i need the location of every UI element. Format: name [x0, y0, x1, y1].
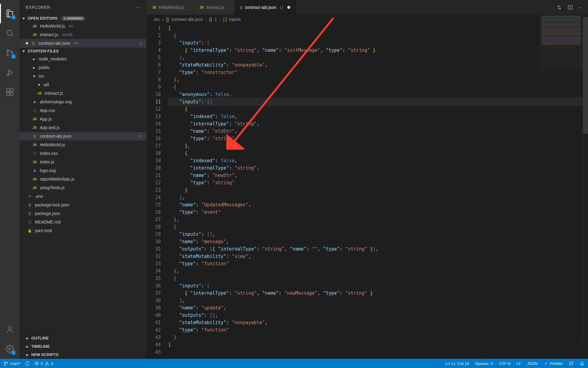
file-item[interactable]: JSreportWebVitals.js	[20, 175, 146, 183]
feedback-icon[interactable]	[569, 361, 574, 366]
file-type-icon: JS	[152, 6, 156, 9]
outline-header[interactable]: ▸ OUTLINE	[20, 334, 146, 342]
language-mode[interactable]: JSON	[527, 361, 538, 366]
errors-warnings[interactable]: 0 0	[35, 361, 53, 366]
file-name: yarn.lock	[35, 228, 52, 233]
activity-extensions-icon[interactable]	[0, 82, 20, 102]
sidebar: EXPLORER ⋯ ▾ OPEN EDITORS 1 UNSAVED JSHe…	[20, 0, 147, 359]
editor-body[interactable]: 1234567891011121314151617181920212223242…	[147, 24, 588, 359]
git-branch[interactable]: main*	[4, 361, 20, 366]
chevron-right-icon: ▸	[25, 336, 29, 340]
chevron-down-icon: ▾	[21, 16, 26, 21]
svg-point-2	[7, 54, 9, 56]
folder-item[interactable]: ▾src	[20, 72, 146, 80]
file-type-icon: #	[32, 151, 37, 155]
file-type-icon: JS	[32, 126, 37, 129]
chevron-right-icon: ▸	[32, 65, 36, 70]
notifications-icon[interactable]	[580, 361, 584, 366]
file-item[interactable]: ⓘREADME.md	[20, 218, 146, 226]
file-item[interactable]: 🔒yarn.lock	[20, 226, 146, 235]
split-editor-icon[interactable]	[567, 5, 573, 10]
file-item[interactable]: #App.css	[20, 106, 146, 115]
file-item[interactable]: JSApp.js	[20, 115, 146, 123]
file-name: .env	[35, 194, 43, 199]
timeline-header[interactable]: ▸ TIMELINE	[20, 342, 146, 351]
file-item[interactable]: ◆logo.svg	[20, 166, 146, 175]
file-item[interactable]: {}package-lock.json	[20, 201, 146, 209]
scroll-thumb[interactable]	[583, 17, 588, 134]
encoding[interactable]: UTF-8	[499, 361, 510, 366]
file-name: package-lock.json	[35, 202, 69, 207]
chevron-right-icon: ▸	[25, 344, 29, 349]
more-icon[interactable]: ⋯	[136, 5, 141, 10]
open-editors-list: JSHelloWorld.jssrcJSinteract.jssrc/util{…	[20, 22, 146, 48]
activity-settings-icon[interactable]: 1	[0, 339, 20, 359]
editor-tab[interactable]: {}contract-abi.jsonU	[235, 0, 296, 15]
svg-point-10	[9, 348, 11, 350]
eol[interactable]: LF	[516, 361, 521, 366]
file-item[interactable]: JSApp.test.js	[20, 123, 146, 132]
activity-account-icon[interactable]	[0, 320, 20, 339]
open-editors-header[interactable]: ▾ OPEN EDITORS 1 UNSAVED	[20, 15, 146, 22]
file-type-icon: 🔒	[27, 229, 32, 233]
file-item[interactable]: #index.css	[20, 149, 146, 158]
prettier-status[interactable]: Prettier	[544, 361, 563, 366]
file-name: index.js	[40, 159, 54, 164]
minimap[interactable]	[540, 15, 582, 71]
svg-point-3	[11, 52, 13, 54]
folder-item[interactable]: ▸public	[20, 63, 146, 72]
open-editor-item[interactable]: JSinteract.jssrc/util	[20, 30, 146, 39]
open-editors-label: OPEN EDITORS	[28, 16, 58, 21]
sync-icon[interactable]	[25, 361, 30, 366]
project-header[interactable]: ▾ STARTER-FILES	[20, 48, 146, 55]
file-name: contract-abi.json	[40, 134, 71, 139]
activity-search-icon[interactable]	[0, 23, 20, 43]
activity-debug-icon[interactable]	[0, 63, 20, 82]
compare-icon[interactable]	[556, 5, 562, 10]
open-editor-item[interactable]: {}contract-abi.jsonsrcU	[20, 39, 146, 48]
file-item[interactable]: {}contract-abi.jsonU	[20, 132, 146, 140]
tabs: JSHelloWorld.jsJSinteract.js{}contract-a…	[147, 0, 588, 15]
indentation[interactable]: Spaces: 4	[475, 361, 493, 366]
file-item[interactable]: JSHelloWorld.js	[20, 140, 146, 149]
npm-scripts-header[interactable]: ▸ NPM SCRIPTS	[20, 351, 146, 359]
file-item[interactable]: {}package.json	[20, 209, 146, 218]
file-name: HelloWorld.js	[40, 142, 65, 147]
activity-explorer-icon[interactable]: 1	[0, 4, 20, 23]
chevron-right-icon: ›	[219, 17, 221, 22]
file-type-icon: {}	[27, 203, 32, 207]
activity-scm-icon[interactable]: 1	[0, 43, 20, 63]
tab-label: HelloWorld.js	[159, 5, 184, 10]
file-name: index.css	[40, 151, 58, 156]
file-name: App.js	[40, 117, 52, 121]
folder-item[interactable]: ▾util	[20, 80, 146, 89]
file-path: src	[69, 24, 74, 28]
editor-tab[interactable]: JSinteract.js	[194, 0, 235, 15]
folder-name: node_modules	[39, 56, 67, 61]
file-item[interactable]: JSsetupTests.js	[20, 183, 146, 192]
file-item[interactable]: JSindex.js	[20, 158, 146, 166]
breadcrumb[interactable]: src › {} contract-abi.json › {} 1 › [ ] …	[147, 15, 588, 24]
cursor-position[interactable]: Ln 11, Col 16	[445, 361, 469, 366]
status-bar: main* 0 0 Ln 11, Col 16 Spaces: 4 UTF-8 …	[0, 359, 588, 368]
folder-item[interactable]: ▸node_modules	[20, 55, 146, 63]
chevron-down-icon: ▾	[37, 82, 41, 87]
file-path: src/util	[62, 33, 73, 37]
file-name: App.css	[40, 108, 55, 113]
explorer-title: EXPLORER	[26, 5, 50, 10]
code-content[interactable]: [ { "inputs": [ { "internalType": "strin…	[168, 24, 588, 359]
open-editor-item[interactable]: JSHelloWorld.jssrc	[20, 22, 146, 30]
editor-tab[interactable]: JSHelloWorld.js	[147, 0, 194, 15]
chevron-right-icon: ▸	[32, 56, 36, 61]
git-status-badge: U	[139, 134, 142, 139]
file-item[interactable]: ⚙.env	[20, 192, 146, 201]
unsaved-badge: 1 UNSAVED	[61, 16, 85, 21]
file-item[interactable]: ◆alchemylogo.svg	[20, 98, 146, 106]
file-type-icon: JS	[32, 24, 37, 28]
more-actions-icon[interactable]: ⋯	[579, 5, 582, 10]
tab-label: interact.js	[206, 5, 224, 10]
project-name: STARTER-FILES	[28, 49, 59, 53]
file-type-icon: JS	[200, 6, 204, 9]
file-name: setupTests.js	[40, 185, 65, 190]
file-item[interactable]: JSinteract.js	[20, 89, 146, 98]
